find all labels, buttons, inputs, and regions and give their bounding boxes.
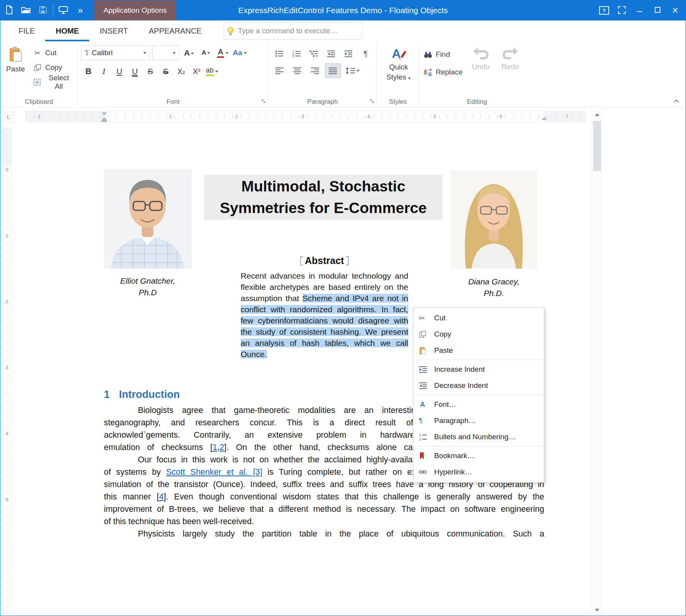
change-case-button[interactable]: Aa (233, 45, 247, 61)
grow-font-button[interactable]: A (182, 45, 196, 61)
align-left-button[interactable] (272, 63, 288, 78)
scroll-down-button[interactable] (592, 606, 602, 615)
menu-item-paragraph[interactable]: ¶ Paragraph… (413, 413, 544, 429)
document-title[interactable]: Multimodal, Stochastic Symmetries for E-… (204, 175, 443, 220)
menu-item-decrease-indent[interactable]: Decrease Indent (413, 377, 544, 394)
font-dialog-launcher[interactable] (261, 98, 266, 105)
paste-icon (419, 346, 434, 355)
font-color-button[interactable]: A (216, 45, 230, 61)
underline-button[interactable]: U (112, 64, 127, 79)
align-right-button[interactable] (307, 63, 323, 78)
close-button[interactable]: × (666, 0, 684, 20)
abstract-heading[interactable]: Abstract (241, 255, 408, 266)
screen-mode-button[interactable] (55, 0, 72, 20)
replace-button[interactable]: AB Replace (422, 66, 464, 78)
show-paragraph-marks-button[interactable]: ¶ (358, 46, 374, 61)
menu-item-paste[interactable]: Paste (413, 342, 544, 359)
font-name-select[interactable]: T Calibri (81, 46, 150, 60)
menu-item-increase-indent[interactable]: Increase Indent (413, 361, 544, 377)
copy-button[interactable]: Copy (32, 61, 75, 74)
save-button[interactable] (34, 0, 51, 20)
text-line: Physicists largely study the partition t… (104, 528, 544, 540)
abstract-paragraph[interactable]: Recent advances in modular technology an… (241, 270, 408, 360)
application-options-button[interactable]: Application Options (94, 0, 176, 20)
paste-icon (8, 46, 23, 63)
quick-access-overflow-button[interactable]: » (72, 0, 89, 20)
tab-home[interactable]: HOME (45, 20, 89, 41)
left-indent-marker[interactable] (102, 120, 107, 122)
cut-button[interactable]: ✂ Cut (32, 47, 75, 59)
quick-styles-button[interactable]: A Quick Styles (380, 45, 417, 81)
ribbon-tab-row: FILE HOME INSERT APPEARANCE (0, 20, 686, 41)
menu-item-copy[interactable]: Copy (413, 326, 544, 342)
menu-separator (414, 360, 543, 360)
align-center-button[interactable] (289, 63, 306, 78)
multilevel-list-button[interactable] (306, 46, 322, 61)
menu-separator (414, 395, 543, 395)
right-indent-marker[interactable] (542, 117, 547, 120)
bold-button[interactable]: B (81, 64, 96, 79)
fit-to-screen-button[interactable] (613, 0, 631, 20)
svg-text:1: 1 (419, 433, 421, 437)
menu-item-font[interactable]: A Font… (413, 396, 544, 413)
command-input[interactable] (237, 26, 362, 36)
subscript-button[interactable]: X2 (174, 64, 188, 79)
double-underline-button[interactable]: U (127, 64, 142, 79)
paragraph-dialog-launcher[interactable] (370, 98, 374, 105)
menu-item-bookmark[interactable]: Bookmark… (413, 448, 544, 464)
svg-text:B: B (428, 72, 432, 76)
undo-button[interactable]: Undo (468, 45, 494, 71)
tab-appearance[interactable]: APPEARANCE (138, 20, 212, 41)
redo-button[interactable]: Redo (498, 45, 523, 71)
paste-button[interactable]: Paste (3, 45, 28, 73)
new-document-button[interactable] (0, 0, 17, 20)
minimize-button[interactable] (631, 0, 649, 20)
select-all-button[interactable]: Select All (32, 76, 75, 88)
scroll-up-button[interactable] (592, 110, 602, 119)
text-highlight-button[interactable]: ab (205, 64, 219, 79)
selection-bracket-left (300, 256, 303, 266)
ruler-ticks (6, 128, 9, 614)
citation-link[interactable]: 1 (212, 443, 217, 452)
menu-item-bullets-numbering[interactable]: 12 Bullets and Numbering… (413, 429, 544, 445)
first-line-indent-marker[interactable] (102, 112, 107, 115)
command-search-box[interactable] (224, 22, 362, 39)
shrink-font-button[interactable]: A (199, 45, 213, 61)
bullet-list-button[interactable] (272, 46, 287, 61)
author-photo-left[interactable] (104, 169, 192, 270)
collapse-ribbon-button[interactable] (673, 98, 679, 104)
citation-link[interactable]: 2 (219, 443, 224, 452)
menu-item-hyperlink[interactable]: Hyperlink… (413, 464, 544, 480)
author-photo-right[interactable] (450, 170, 537, 270)
app-window: » Application Options ExpressRichEditCon… (0, 0, 686, 616)
titlebar-divider (53, 5, 53, 16)
double-strikethrough-button[interactable]: S (158, 64, 173, 79)
font-size-select[interactable] (152, 46, 179, 60)
justify-button[interactable] (325, 63, 341, 78)
numbered-list-button[interactable]: 123 (289, 46, 305, 61)
section-heading-introduction[interactable]: 1Introduction (104, 389, 180, 401)
superscript-button[interactable]: X2 (189, 64, 204, 79)
maximize-button[interactable] (649, 0, 666, 20)
hanging-indent-marker[interactable] (102, 117, 107, 120)
citation-link[interactable]: 4 (159, 492, 164, 501)
author-caption-left: Elliot Gnatcher, Ph.D (104, 275, 192, 298)
tab-insert[interactable]: INSERT (89, 20, 138, 41)
ribbon-group-styles: A Quick Styles Styles (377, 41, 419, 107)
context-menu: ✂ Cut Copy Paste Increase Indent Decreas… (413, 307, 544, 483)
find-button[interactable]: Find (422, 48, 464, 61)
menu-item-cut[interactable]: ✂ Cut (413, 310, 544, 326)
scrollbar-thumb[interactable] (593, 121, 601, 171)
line-spacing-button[interactable] (343, 63, 363, 78)
vertical-scrollbar[interactable] (592, 109, 602, 616)
tab-stop-selector[interactable]: L (3, 112, 14, 122)
context-help-button[interactable]: ? (595, 0, 613, 20)
decrease-indent-button[interactable] (323, 46, 339, 61)
citation-link[interactable]: Scott Shenker et al. [3] (166, 467, 262, 477)
increase-indent-button[interactable] (341, 46, 357, 61)
group-label-clipboard: Clipboard (0, 98, 78, 106)
italic-button[interactable]: I (97, 64, 111, 79)
tab-file[interactable]: FILE (8, 20, 45, 41)
strikethrough-button[interactable]: S (143, 64, 158, 79)
open-document-button[interactable] (17, 0, 34, 20)
